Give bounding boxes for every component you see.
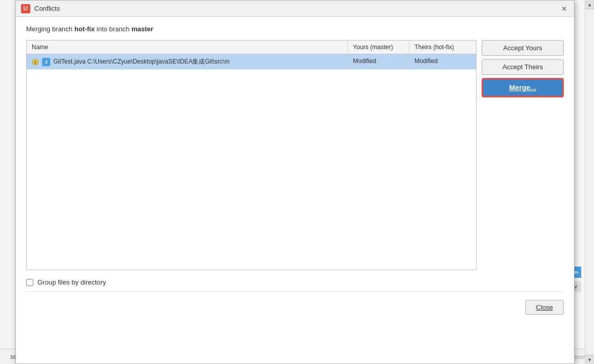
table-body: ! J GitTest.java C:\Users\CZyue\Desktop\… bbox=[27, 54, 476, 270]
action-buttons: Accept Yours Accept Theirs Merge... bbox=[482, 40, 564, 97]
accept-theirs-button[interactable]: Accept Theirs bbox=[482, 59, 564, 75]
col-yours: Yours (master) bbox=[348, 41, 409, 54]
col-theirs: Theirs (hot-fix) bbox=[409, 41, 476, 54]
file-cell: ! J GitTest.java C:\Users\CZyue\Desktop\… bbox=[27, 54, 348, 69]
branch-theirs-label: master bbox=[131, 25, 153, 33]
yours-status: Modified bbox=[348, 54, 409, 69]
scroll-up-arrow[interactable]: ▲ bbox=[585, 0, 594, 9]
svg-text:!: ! bbox=[35, 60, 36, 65]
conflicts-table: Name Yours (master) Theirs (hot-fix) ! bbox=[26, 40, 477, 270]
dialog-content: Merging branch hot-fix into branch maste… bbox=[16, 17, 574, 323]
group-files-label: Group files by directory bbox=[37, 278, 106, 286]
close-button[interactable]: Close bbox=[525, 300, 564, 315]
merge-button[interactable]: Merge... bbox=[482, 78, 564, 97]
separator bbox=[26, 291, 564, 292]
group-files-area: Group files by directory bbox=[26, 278, 564, 286]
table-header: Name Yours (master) Theirs (hot-fix) bbox=[27, 41, 476, 54]
conflict-icon: ! bbox=[32, 58, 39, 66]
dialog-title: Conflicts bbox=[34, 5, 60, 12]
title-bar: IJ Conflicts ✕ bbox=[16, 1, 574, 17]
close-dialog-button[interactable]: ✕ bbox=[560, 4, 569, 13]
accept-yours-button[interactable]: Accept Yours bbox=[482, 40, 564, 56]
app-icon: IJ bbox=[21, 4, 30, 13]
scroll-down-arrow[interactable]: ▼ bbox=[585, 355, 594, 364]
scrollbar[interactable]: ▲ ▼ bbox=[585, 0, 594, 364]
table-row[interactable]: ! J GitTest.java C:\Users\CZyue\Desktop\… bbox=[27, 54, 476, 70]
file-name: GitTest.java C:\Users\CZyue\Desktop\java… bbox=[53, 57, 229, 66]
java-file-icon: J bbox=[42, 58, 50, 66]
conflicts-dialog: IJ Conflicts ✕ Merging branch hot-fix in… bbox=[15, 0, 575, 364]
col-name: Name bbox=[27, 41, 348, 54]
main-area: Name Yours (master) Theirs (hot-fix) ! bbox=[26, 40, 564, 270]
merge-description: Merging branch hot-fix into branch maste… bbox=[26, 25, 564, 33]
group-files-checkbox[interactable] bbox=[26, 279, 33, 286]
theirs-status: Modified bbox=[409, 54, 476, 69]
title-bar-left: IJ Conflicts bbox=[21, 4, 60, 13]
close-area: Close bbox=[26, 300, 564, 315]
branch-yours-label: hot-fix bbox=[74, 25, 95, 33]
